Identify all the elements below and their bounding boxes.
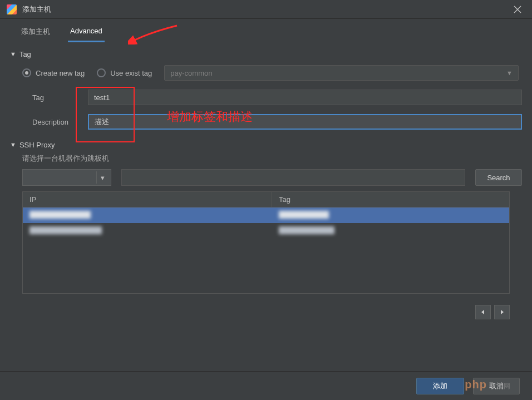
radio-dot-icon — [97, 68, 106, 77]
exist-tag-select: pay-common ▼ — [164, 65, 519, 81]
ssh-filter-combo[interactable]: ▾ — [22, 169, 111, 186]
tag-input[interactable] — [88, 90, 522, 105]
section-tag-label: Tag — [19, 50, 31, 58]
radio-exist-label: Use exist tag — [110, 69, 152, 77]
description-field-label: Description — [32, 118, 88, 126]
radio-create-new-tag[interactable]: Create new tag — [22, 68, 85, 77]
close-button[interactable] — [510, 2, 525, 17]
close-icon — [514, 6, 521, 13]
chevron-down-icon: ▼ — [10, 51, 16, 57]
ssh-hint-text: 请选择一台机器作为跳板机 — [10, 151, 522, 169]
page-prev-button[interactable] — [475, 305, 491, 319]
section-ssh-header[interactable]: ▼ SSH Proxy — [10, 139, 522, 151]
column-header-ip[interactable]: IP — [23, 192, 272, 207]
table-row[interactable] — [23, 208, 509, 223]
ok-button[interactable]: 添加 — [416, 378, 464, 394]
section-tag-header[interactable]: ▼ Tag — [10, 48, 522, 61]
tab-add-host[interactable]: 添加主机 — [19, 23, 52, 42]
ssh-search-input[interactable] — [121, 169, 465, 186]
table-empty-area — [23, 239, 509, 293]
exist-tag-value: pay-common — [170, 69, 212, 77]
cancel-button[interactable]: 取消 — [473, 378, 520, 394]
radio-use-exist-tag[interactable]: Use exist tag — [97, 68, 152, 77]
column-header-tag[interactable]: Tag — [272, 195, 509, 204]
redacted-ip — [29, 226, 102, 234]
chevron-down-icon: ▼ — [506, 70, 513, 76]
description-input[interactable] — [88, 114, 522, 130]
radio-dot-icon — [22, 68, 31, 77]
chevron-down-icon: ▾ — [96, 171, 109, 184]
redacted-tag — [279, 211, 329, 219]
section-ssh-label: SSH Proxy — [19, 141, 55, 149]
ssh-hosts-table: IP Tag — [22, 191, 510, 294]
tag-field-label: Tag — [32, 93, 88, 102]
app-icon — [7, 4, 17, 14]
triangle-right-icon — [499, 309, 505, 315]
redacted-tag — [279, 226, 334, 234]
radio-create-label: Create new tag — [36, 69, 85, 77]
tab-bar: 添加主机 Advanced — [0, 19, 532, 42]
window-title: 添加主机 — [22, 4, 51, 14]
triangle-left-icon — [480, 309, 486, 315]
chevron-down-icon: ▼ — [10, 141, 16, 148]
page-next-button[interactable] — [494, 305, 510, 319]
table-row[interactable] — [23, 223, 509, 239]
redacted-ip — [29, 211, 91, 219]
tab-advanced[interactable]: Advanced — [68, 23, 105, 42]
search-button[interactable]: Search — [475, 169, 522, 186]
